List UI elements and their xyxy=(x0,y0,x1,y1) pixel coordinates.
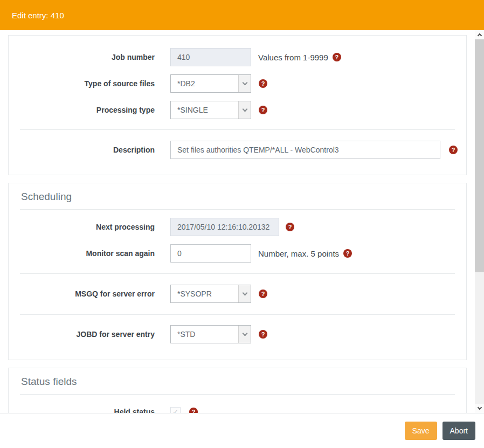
next-processing-input xyxy=(170,218,279,236)
msgq-label: MSGQ for server error xyxy=(9,290,155,298)
next-processing-label: Next processing xyxy=(9,223,155,231)
help-icon[interactable]: ? xyxy=(259,290,267,298)
help-icon[interactable]: ? xyxy=(259,330,267,339)
help-icon[interactable]: ? xyxy=(449,146,458,154)
source-type-label: Type of source files xyxy=(9,79,155,88)
vertical-scrollbar[interactable] xyxy=(475,30,484,413)
scroll-up-button[interactable] xyxy=(475,30,484,39)
modal-body: Job number Values from 1-9999 ? Type of … xyxy=(0,30,475,413)
processing-type-row: Processing type *SINGLE ? xyxy=(9,101,466,119)
modal-title: Edit entry: 410 xyxy=(12,11,64,20)
monitor-scan-row: Monitor scan again Number, max. 5 points… xyxy=(9,244,466,263)
scroll-down-button[interactable] xyxy=(475,404,484,413)
status-fields-panel: Status fields Held status ✓ ? xyxy=(8,368,467,413)
next-processing-row: Next processing ? xyxy=(9,218,466,236)
help-icon[interactable]: ? xyxy=(286,223,294,231)
processing-type-selected-value: *SINGLE xyxy=(171,101,238,119)
msgq-select[interactable]: *SYSOPR xyxy=(170,285,251,303)
monitor-scan-label: Monitor scan again xyxy=(9,249,155,258)
help-icon[interactable]: ? xyxy=(259,106,267,114)
description-input[interactable] xyxy=(170,141,440,159)
scheduling-section-title: Scheduling xyxy=(20,191,455,210)
processing-type-select[interactable]: *SINGLE xyxy=(170,101,251,119)
chevron-down-icon[interactable] xyxy=(238,326,251,343)
msgq-selected-value: *SYSOPR xyxy=(171,285,238,302)
help-icon[interactable]: ? xyxy=(333,53,341,61)
help-icon[interactable]: ? xyxy=(189,408,198,413)
help-icon[interactable]: ? xyxy=(259,79,267,88)
modal-header: Edit entry: 410 xyxy=(0,0,484,30)
monitor-scan-hint: Number, max. 5 points xyxy=(258,249,339,258)
processing-type-label: Processing type xyxy=(9,106,155,114)
description-label: Description xyxy=(9,146,155,154)
status-section-title: Status fields xyxy=(20,376,455,395)
monitor-scan-input[interactable] xyxy=(170,244,251,263)
job-number-row: Job number Values from 1-9999 ? xyxy=(9,48,466,66)
edit-entry-modal: Edit entry: 410 Job number Values from 1… xyxy=(0,0,484,448)
chevron-down-icon[interactable] xyxy=(238,285,251,302)
jobd-label: JOBD for server entry xyxy=(9,330,155,339)
abort-button[interactable]: Abort xyxy=(442,422,475,440)
source-type-selected-value: *DB2 xyxy=(171,75,238,92)
scheduling-panel: Scheduling Next processing ? Monitor sca… xyxy=(8,183,467,360)
job-number-input xyxy=(170,48,251,66)
description-row: Description ? xyxy=(9,141,466,159)
held-status-row: Held status ✓ ? xyxy=(9,403,466,413)
chevron-down-icon[interactable] xyxy=(238,75,251,92)
chevron-down-icon xyxy=(477,405,481,410)
held-status-checkbox: ✓ xyxy=(170,407,181,413)
jobd-row: JOBD for server entry *STD ? xyxy=(9,325,466,343)
chevron-up-icon xyxy=(477,33,481,38)
chevron-down-icon[interactable] xyxy=(238,101,251,119)
source-type-row: Type of source files *DB2 ? xyxy=(9,74,466,93)
job-number-label: Job number xyxy=(9,53,155,61)
modal-footer: Save Abort xyxy=(0,413,484,448)
divider xyxy=(20,273,455,274)
scrollbar-thumb[interactable] xyxy=(475,39,484,272)
held-status-label: Held status xyxy=(9,408,155,413)
jobd-select[interactable]: *STD xyxy=(170,325,251,343)
source-type-select[interactable]: *DB2 xyxy=(170,74,251,93)
divider xyxy=(20,314,455,315)
save-button[interactable]: Save xyxy=(405,422,437,440)
jobd-selected-value: *STD xyxy=(171,326,238,343)
msgq-row: MSGQ for server error *SYSOPR ? xyxy=(9,285,466,303)
help-icon[interactable]: ? xyxy=(343,249,352,258)
divider xyxy=(20,129,455,130)
job-number-hint: Values from 1-9999 xyxy=(258,53,328,62)
main-fields-panel: Job number Values from 1-9999 ? Type of … xyxy=(8,35,467,175)
